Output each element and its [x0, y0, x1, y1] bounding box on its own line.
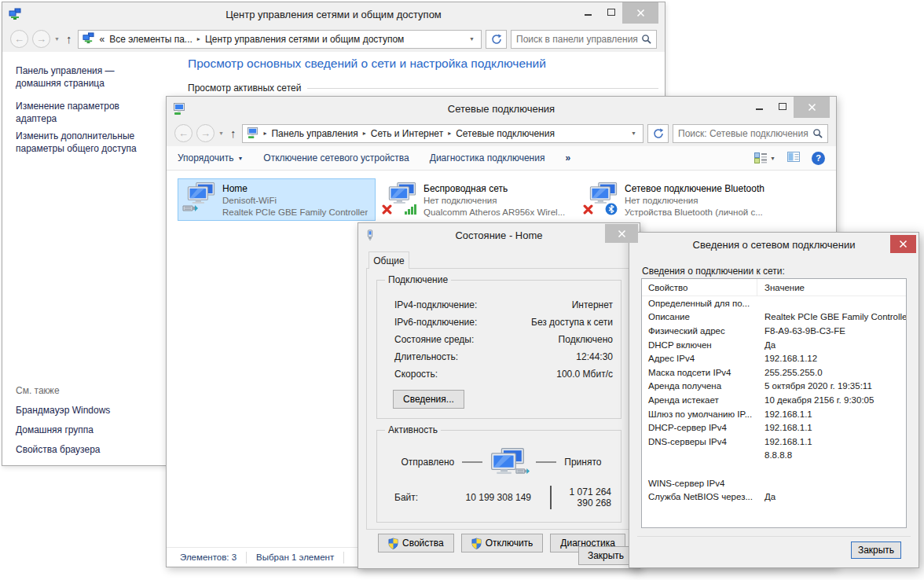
refresh-button[interactable]	[647, 124, 669, 143]
table-row[interactable]: Определенный для по...	[642, 296, 906, 310]
table-row[interactable]: 8.8.8.8	[642, 449, 906, 463]
breadcrumb-dropdown-caret-icon[interactable]: ▼	[629, 130, 639, 136]
table-row[interactable]: Шлюз по умолчанию IP...192.168.1.1	[642, 407, 906, 421]
close-button[interactable]	[890, 235, 916, 253]
chevron-right-icon: ▸	[448, 130, 451, 137]
details-button[interactable]: Сведения...	[393, 390, 464, 409]
forward-button[interactable]: →	[196, 124, 214, 142]
table-row[interactable]: DHCP-сервер IPv4192.168.1.1	[642, 420, 906, 435]
connection-item-home[interactable]: Home Denisoft-WiFi Realtek PCIe GBE Fami…	[178, 178, 376, 221]
table-row[interactable]: Служба NetBIOS через...Да	[642, 490, 906, 504]
search-box[interactable]	[673, 124, 828, 143]
table-row[interactable]: Аренда получена5 октября 2020 г. 19:35:1…	[642, 380, 906, 394]
back-button[interactable]: ←	[10, 30, 28, 48]
up-button[interactable]: ↑	[66, 32, 72, 46]
breadcrumb[interactable]: ▸ Панель управления ▸ Сеть и Интернет ▸ …	[242, 124, 644, 143]
table-row[interactable]: Маска подсети IPv4255.255.255.0	[642, 365, 906, 380]
table-row[interactable]: DNS-серверы IPv4192.168.1.1	[642, 435, 906, 449]
sidebar-item-homegroup[interactable]: Домашняя группа	[16, 424, 110, 435]
organize-menu-button[interactable]: Упорядочить▼	[178, 152, 243, 163]
breadcrumb-item[interactable]: Все элементы па...	[109, 34, 192, 45]
diagnose-connection-button[interactable]: Диагностика подключения	[430, 152, 545, 163]
properties-button[interactable]: Свойства	[378, 534, 454, 552]
column-header-value[interactable]: Значение	[757, 279, 805, 296]
titlebar[interactable]: Состояние - Home	[358, 223, 640, 247]
search-input[interactable]	[516, 34, 641, 45]
uac-shield-icon	[388, 538, 398, 549]
network-connections-icon	[173, 102, 185, 115]
page-title: Просмотр основных сведений о сети и наст…	[188, 57, 658, 71]
disable-device-button[interactable]: Отключение сетевого устройства	[263, 152, 409, 163]
sent-label: Отправлено	[402, 457, 455, 468]
close-dialog-button[interactable]: Закрыть	[851, 541, 901, 559]
bytes-sent-value: 10 199 308 149	[440, 492, 531, 503]
breadcrumb-dropdown-caret-icon[interactable]: ▼	[467, 36, 477, 42]
change-view-button[interactable]: ▼	[754, 152, 776, 163]
close-button[interactable]	[622, 2, 658, 24]
field-value: Интернет	[572, 299, 613, 310]
breadcrumb-item-network-connections[interactable]: Сетевые подключения	[456, 128, 555, 139]
forward-button[interactable]: →	[32, 30, 50, 48]
breadcrumb-item-network-internet[interactable]: Сеть и Интернет	[371, 128, 443, 139]
table-row[interactable]: WINS-сервер IPv4	[642, 476, 906, 490]
table-row[interactable]: Аренда истекает10 декабря 2156 г. 9:30:0…	[642, 393, 906, 407]
up-button[interactable]: ↑	[230, 127, 236, 140]
refresh-icon	[491, 34, 502, 45]
connection-status-dialog: Состояние - Home Общие Подключение IPv4-…	[358, 222, 640, 569]
sidebar-item-control-panel-home[interactable]: Панель управления — домашняя страница	[16, 64, 154, 90]
search-box[interactable]	[511, 30, 657, 49]
dialog-body: Общие Подключение IPv4-подключение:Интер…	[358, 247, 640, 568]
help-button[interactable]: ?	[812, 152, 825, 165]
titlebar[interactable]: Сетевые подключения	[167, 97, 836, 120]
titlebar[interactable]: Центр управления сетями и общим доступом	[2, 2, 665, 26]
caret-down-icon: ▼	[237, 156, 243, 161]
maximize-button[interactable]	[600, 2, 622, 22]
toolbar-overflow-button[interactable]: »	[565, 152, 570, 163]
disconnected-x-icon	[382, 204, 392, 217]
connection-name: Беспроводная сеть	[424, 183, 565, 195]
recent-pages-caret-icon[interactable]: ▼	[54, 36, 60, 42]
tab-general[interactable]: Общие	[368, 251, 409, 269]
connection-item-bluetooth[interactable]: Сетевое подключение Bluetooth Нет подклю…	[580, 178, 778, 221]
table-row[interactable]: Физический адресF8-A9-63-9B-C3-FE	[642, 324, 906, 338]
breadcrumb-item[interactable]: Центр управления сетями и общим доступом	[205, 34, 405, 45]
refresh-button[interactable]	[486, 30, 507, 49]
sidebar-item-windows-firewall[interactable]: Брандмауэр Windows	[16, 405, 110, 416]
recent-pages-caret-icon[interactable]: ▼	[218, 130, 224, 136]
window-title: Центр управления сетями и общим доступом	[2, 9, 665, 20]
disable-button[interactable]: Отключить	[461, 534, 544, 552]
sidebar-item-change-adapter-settings[interactable]: Изменение параметров адаптера	[16, 100, 154, 125]
bluetooth-icon	[605, 203, 618, 218]
close-button[interactable]	[605, 224, 638, 243]
maximize-button[interactable]	[771, 97, 794, 116]
breadcrumb-item-control-panel[interactable]: Панель управления	[271, 128, 358, 139]
see-also-section: См. также Брандмауэр Windows Домашняя гр…	[16, 385, 110, 464]
breadcrumb[interactable]: « Все элементы па... ▸ Центр управления …	[78, 30, 482, 49]
activity-groupbox: Активность Отправлено Принято Байт: 1	[376, 430, 622, 523]
minimize-button[interactable]	[748, 97, 771, 116]
breadcrumb-collapsed-chevron[interactable]: «	[99, 34, 104, 45]
search-input[interactable]	[678, 128, 812, 139]
close-button[interactable]	[794, 97, 830, 118]
activity-computer-icon	[490, 448, 528, 476]
dialog-title: Сведения о сетевом подключении	[629, 239, 918, 251]
field-value: Подключено	[559, 334, 613, 345]
connection-status: Нет подключения	[625, 195, 764, 207]
address-bar: ← → ▼ ↑ « Все элементы па... ▸ Центр упр…	[2, 26, 665, 52]
table-row[interactable]	[642, 462, 906, 476]
minimize-button[interactable]	[577, 2, 600, 22]
table-row[interactable]: Адрес IPv4192.168.1.12	[642, 351, 906, 365]
footer-separator	[637, 536, 911, 537]
close-dialog-button[interactable]: Закрыть	[578, 546, 633, 565]
preview-pane-button[interactable]	[787, 152, 800, 164]
back-button[interactable]: ←	[174, 124, 192, 142]
sidebar-item-advanced-sharing-settings[interactable]: Изменить дополнительные параметры общего…	[16, 130, 154, 155]
field-label: Состояние среды:	[390, 334, 474, 345]
titlebar[interactable]: Сведения о сетевом подключении	[629, 233, 918, 256]
chevron-right-icon: ▸	[263, 130, 266, 137]
table-row[interactable]: ОписаниеRealtek PCIe GBE Family Controll…	[642, 310, 906, 325]
table-row[interactable]: DHCP включенДа	[642, 338, 906, 352]
column-header-property[interactable]: Свойство	[642, 279, 757, 296]
connection-item-wireless[interactable]: Беспроводная сеть Нет подключения Qualco…	[379, 178, 577, 221]
sidebar-item-internet-options[interactable]: Свойства браузера	[16, 444, 110, 455]
